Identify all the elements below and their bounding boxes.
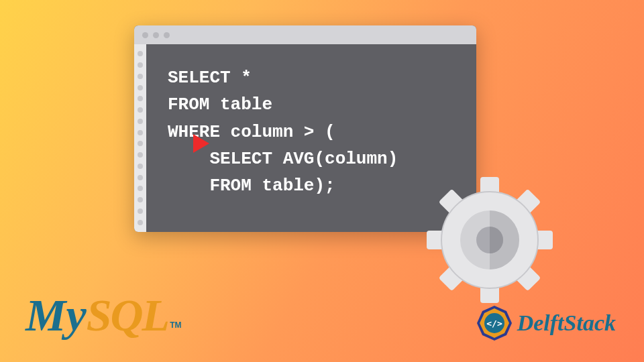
code-line: WHERE column > ( xyxy=(168,119,463,145)
code-line: SELECT AVG(column) xyxy=(168,145,463,172)
window-titlebar xyxy=(134,25,476,44)
delftstack-logo-text: DelftStack xyxy=(517,310,616,336)
delftstack-logo: </> DelftStack xyxy=(476,304,616,342)
svg-text:</>: </> xyxy=(486,318,502,328)
mysql-logo-tm: TM xyxy=(170,320,181,330)
delftstack-badge-icon: </> xyxy=(476,304,513,342)
mysql-logo-sql: SQL xyxy=(87,289,168,342)
window-dot-icon xyxy=(164,32,170,38)
mysql-logo-my: My xyxy=(25,289,87,342)
code-line: FROM table); xyxy=(168,172,463,199)
code-line: FROM table xyxy=(168,91,463,118)
gear-icon xyxy=(423,173,557,310)
window-dot-icon xyxy=(142,32,148,38)
mysql-logo: MySQLTM xyxy=(25,289,181,342)
play-triangle-icon xyxy=(193,134,209,153)
window-dot-icon xyxy=(153,32,159,38)
code-line: SELECT * xyxy=(168,64,463,91)
